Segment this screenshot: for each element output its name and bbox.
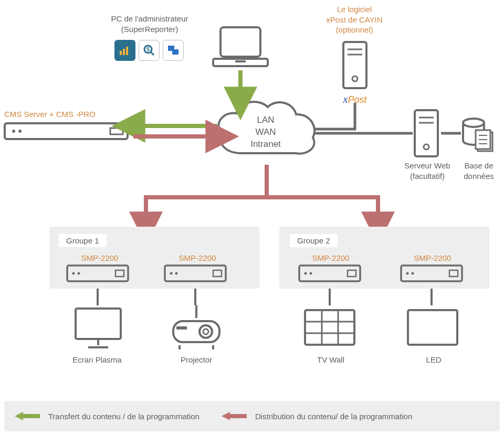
smp-player-icon [298, 264, 361, 282]
svg-point-39 [310, 272, 312, 275]
svg-point-34 [170, 272, 173, 275]
svg-point-51 [203, 329, 208, 334]
svg-rect-41 [401, 266, 462, 281]
group1-tab: Groupe 1 [59, 234, 107, 247]
svg-rect-45 [76, 309, 121, 339]
svg-point-30 [72, 272, 75, 275]
legend: Transfert du contenu / de la programmati… [4, 401, 500, 431]
smp-player-icon [164, 264, 227, 282]
legend-arrow-green-icon [14, 411, 42, 421]
plasma-screen-icon [74, 306, 123, 351]
smp-player-icon [66, 264, 129, 282]
svg-rect-40 [348, 270, 356, 277]
g1p2-label: SMP-2200 [171, 253, 224, 263]
g2d1-label: TV Wall [304, 355, 357, 365]
svg-rect-33 [165, 266, 226, 281]
legend-distribution: Distribution du contenu/ de la programma… [220, 411, 412, 421]
svg-rect-60 [408, 310, 457, 345]
g2p1-label: SMP-2200 [304, 253, 357, 263]
svg-rect-37 [299, 266, 360, 281]
svg-point-31 [78, 272, 80, 275]
svg-point-35 [175, 272, 178, 275]
g2p2-label: SMP-2200 [406, 253, 459, 263]
svg-point-42 [406, 272, 409, 275]
tv-wall-icon [303, 309, 356, 346]
svg-point-38 [304, 272, 307, 275]
svg-rect-52 [176, 326, 187, 330]
projector-icon [170, 305, 223, 352]
svg-rect-32 [116, 270, 124, 277]
svg-rect-55 [305, 310, 354, 345]
conn-xpost-to-cloud [315, 103, 355, 129]
g1d2-label: Projector [170, 355, 223, 365]
svg-rect-44 [449, 270, 458, 277]
legend-transfer-text: Transfert du contenu / de la programmati… [48, 412, 200, 421]
legend-arrow-red-icon [220, 411, 249, 421]
svg-rect-29 [67, 266, 128, 281]
group2-tab: Groupe 2 [290, 234, 338, 247]
g2d2-label: LED [407, 355, 460, 365]
g1p1-label: SMP-2200 [74, 253, 126, 263]
led-display-icon [406, 309, 459, 346]
legend-transfer: Transfert du contenu / de la programmati… [14, 411, 200, 421]
smp-player-icon [400, 264, 463, 282]
legend-distribution-text: Distribution du contenu/ de la programma… [255, 412, 412, 421]
g1d1-label: Ecran Plasma [68, 355, 126, 365]
svg-point-50 [200, 325, 212, 338]
connectors [0, 0, 504, 446]
svg-point-43 [412, 272, 414, 275]
svg-rect-36 [213, 270, 222, 277]
